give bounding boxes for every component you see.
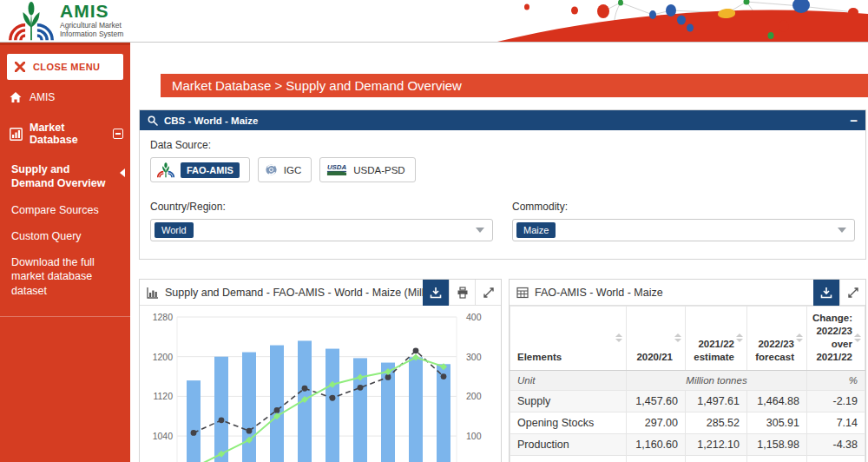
source-label: IGC [284, 165, 301, 175]
cbs-filter-panel: CBS - World - Maize − Data Source: FAO-A… [139, 109, 866, 260]
value-cell: 1,198.51 [686, 455, 747, 462]
table-icon [516, 287, 529, 299]
sidebar-item-compare-sources[interactable]: Compare Sources [0, 197, 130, 223]
value-cell: 1,171.84 [627, 455, 686, 462]
sidebar: CLOSE MENU AMIS Market Database Supply a… [0, 43, 130, 462]
logo-subtitle: Agricultural Market Information System [60, 22, 123, 39]
logo-title: AMIS [60, 2, 123, 21]
sidebar-divider [0, 316, 130, 317]
country-region-label: Country/Region: [150, 201, 493, 213]
commodity-select[interactable]: Maize [512, 219, 855, 241]
element-cell: Supply [510, 390, 627, 412]
sidebar-item-download-dataset[interactable]: Download the full market database datase… [0, 249, 130, 304]
supply-demand-table: Elements2020/212021/22 estimate2022/23 f… [510, 306, 865, 462]
data-source-label: Data Source: [150, 139, 855, 151]
download-icon [820, 287, 832, 299]
country-region-select[interactable]: World [150, 219, 493, 241]
amis-logo-icon [8, 2, 55, 41]
value-cell: 1,212.10 [686, 433, 747, 455]
top-header: AMIS Agricultural Market Information Sys… [0, 0, 868, 43]
source-button-fao-amis[interactable]: FAO-AMIS [150, 157, 250, 182]
sort-caret-icon [736, 333, 743, 342]
collapse-section-icon[interactable] [113, 129, 123, 139]
source-button-usda-psd[interactable]: USDA USDA-PSD [319, 157, 415, 182]
value-cell: 1,158.98 [747, 433, 807, 455]
column-header-2020-21[interactable]: 2020/21 [627, 307, 686, 371]
table-expand-button[interactable] [839, 280, 865, 306]
chart-panel-header: Supply and Demand - FAO-AMIS - World - M… [140, 280, 501, 306]
svg-text:100: 100 [466, 431, 482, 441]
bar [326, 349, 339, 462]
value-cell: -4.38 [807, 433, 865, 455]
column-header-label: 2021/22 estimate [694, 339, 734, 362]
bar [242, 353, 256, 462]
amis-logo[interactable]: AMIS Agricultural Market Information Sys… [8, 2, 123, 41]
commodity-label: Commodity: [512, 201, 855, 213]
svg-text:1200: 1200 [153, 352, 174, 362]
column-header-change[interactable]: Change: 2022/23 over 2021/22 [807, 307, 865, 371]
close-icon [15, 62, 25, 72]
supply-demand-chart-panel: Supply and Demand - FAO-AMIS - World - M… [139, 279, 502, 462]
svg-text:1120: 1120 [153, 391, 173, 401]
country-selected-tag: World [155, 222, 194, 238]
table-panel-header: FAO-AMIS - World - Maize [510, 280, 865, 306]
supply-demand-table-panel: FAO-AMIS - World - Maize [509, 279, 866, 462]
bar [214, 357, 228, 462]
sidebar-item-label: AMIS [30, 91, 55, 103]
sidebar-item-supply-and-demand-overview[interactable]: Supply and Demand Overview [0, 156, 130, 197]
sort-caret-icon [854, 333, 861, 342]
header-decoration [482, 0, 868, 42]
close-menu-button[interactable]: CLOSE MENU [7, 54, 123, 80]
sidebar-section-label: Market Database [30, 122, 113, 146]
sidebar-item-custom-query[interactable]: Custom Query [0, 223, 130, 249]
value-cell: 1,457.60 [627, 390, 686, 412]
unit-label: Unit [510, 370, 627, 390]
value-cell: 305.91 [747, 412, 807, 433]
chart-download-button[interactable] [423, 280, 449, 306]
chart-print-button[interactable] [449, 280, 475, 306]
value-cell: 1,160.60 [627, 433, 686, 455]
unit-value: Million tonnes [627, 370, 807, 390]
bar [353, 358, 367, 462]
sidebar-item-label: Download the full market database datase… [11, 256, 95, 297]
commodity-selected-tag: Maize [516, 222, 556, 238]
sidebar-section-market-database[interactable]: Market Database [0, 111, 130, 156]
table-header-row: Elements2020/212021/22 estimate2022/23 f… [510, 307, 865, 371]
filter-panel-title: CBS - World - Maize [164, 116, 850, 126]
main-content: Market Database > Supply and Demand Over… [130, 43, 868, 462]
column-header-2022-23[interactable]: 2022/23 forecast [747, 307, 807, 371]
expand-icon [847, 287, 859, 299]
source-label-selected: FAO-AMIS [181, 162, 240, 178]
collapse-panel-button[interactable]: − [850, 115, 858, 127]
column-header-label: Elements [517, 352, 562, 362]
chevron-down-icon [838, 228, 846, 233]
sidebar-item-label: Custom Query [11, 230, 82, 242]
column-header-elements[interactable]: Elements [510, 307, 627, 371]
sidebar-item-amis-home[interactable]: AMIS [0, 83, 130, 111]
unit-row: Unit Million tonnes % [510, 370, 865, 390]
column-header-label: Change: 2022/23 over 2021/22 [812, 313, 852, 362]
bar-chart-icon [10, 128, 23, 141]
filter-panel-body: Data Source: FAO-AMIS [140, 130, 865, 259]
value-cell: 1,464.88 [747, 390, 807, 412]
sort-caret-icon [615, 333, 622, 342]
svg-text:1040: 1040 [153, 431, 174, 441]
column-header-2021-22[interactable]: 2021/22 estimate [686, 307, 747, 371]
table-row: Domestic Utilization1,171.841,198.511,18… [510, 455, 865, 462]
table-download-button[interactable] [813, 280, 839, 306]
value-cell: 1,497.61 [686, 390, 747, 412]
chart-canvas: 1280120011201040400300200100 [140, 306, 501, 462]
bar [187, 380, 201, 462]
print-icon [457, 287, 469, 299]
igc-globe-icon [265, 163, 278, 176]
value-cell: -1.51 [807, 455, 865, 462]
column-header-label: 2020/21 [636, 352, 673, 362]
home-icon [10, 91, 22, 103]
close-menu-label: CLOSE MENU [33, 62, 100, 72]
table-panel-title: FAO-AMIS - World - Maize [535, 287, 813, 299]
usda-logo-icon: USDA [326, 163, 347, 176]
svg-text:300: 300 [466, 352, 482, 362]
chart-expand-button[interactable] [475, 280, 501, 306]
source-button-igc[interactable]: IGC [258, 157, 312, 182]
table-row: Supply1,457.601,497.611,464.88-2.19 [510, 390, 865, 412]
